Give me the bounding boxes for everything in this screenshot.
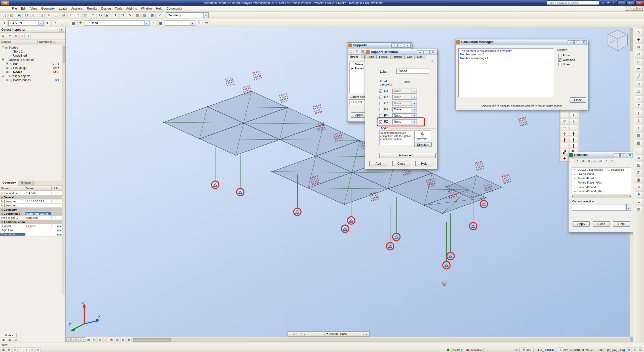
direction-checkbox[interactable]: ✓ — [379, 89, 382, 93]
release-type-item[interactable]: ✕ DELETE bar release → Revit xxxx — [572, 167, 631, 172]
direction-button[interactable]: Direction — [414, 142, 432, 147]
menu-item[interactable]: Community — [165, 7, 184, 10]
open-file-icon[interactable]: ▧ — [8, 12, 15, 18]
tree-expander[interactable]: ⊞ — [6, 78, 9, 82]
menu-item[interactable]: File — [10, 7, 19, 10]
circle-icon[interactable]: ○ — [635, 95, 642, 101]
selection-spinner[interactable]: ▴▾ — [626, 204, 631, 210]
support-list-icon[interactable]: ▥ — [360, 49, 365, 54]
nodes-view-icon[interactable]: ▣ — [1, 337, 6, 342]
support-type-tab[interactable]: Nonl — [415, 55, 426, 59]
axis-icon[interactable]: ✚ — [635, 36, 642, 42]
message-line[interactable]: The element is not assigned to any story — [459, 49, 553, 53]
close-button[interactable]: Close — [570, 97, 586, 103]
minimize-button[interactable]: – — [614, 153, 620, 157]
diag1-icon[interactable]: ▞ — [560, 149, 569, 155]
release-list-hscrollbar[interactable]: ◂▸ — [572, 195, 631, 197]
edit-icon[interactable]: ✎ — [195, 20, 203, 26]
tab-nodal[interactable]: Nodal — [347, 54, 360, 58]
direction-checkbox[interactable]: ✓ — [379, 120, 382, 123]
view-tab-supports-icon[interactable]: ◫ — [103, 337, 108, 342]
filter-list-icon[interactable]: ≡ — [24, 347, 29, 352]
diamond-icon[interactable]: ◆ — [560, 155, 569, 161]
property-row[interactable]: General — [0, 195, 62, 199]
release-types-list[interactable]: ✕ DELETE bar release → Revit xxxx ─ Fixe… — [572, 167, 631, 194]
view-tab-bars-icon[interactable]: ▤ — [92, 337, 97, 342]
tree-item[interactable]: ⊞ ◇ Claddings 0/16 — [0, 66, 62, 70]
view-tab-nodes-icon[interactable]: ▧ — [97, 337, 103, 342]
property-buttons[interactable] — [52, 225, 62, 227]
message-line[interactable]: Number of warnings:1 — [459, 56, 553, 60]
bottom-tab-nodes[interactable]: Nodes — [1, 333, 17, 337]
window-icon[interactable]: ◫ — [635, 169, 642, 175]
display-checkbox[interactable]: ✓ — [558, 54, 561, 57]
monitor-icon[interactable]: ◫ — [638, 347, 643, 352]
help-icon[interactable]: ? — [610, 158, 615, 163]
close-button[interactable]: ✕ — [430, 50, 436, 54]
material-label[interactable]: TH30_CONCR — [535, 348, 554, 351]
property-row[interactable]: List of nodes 1 4 5 8 9 — [0, 191, 62, 195]
tee-right-icon[interactable]: ┫ — [569, 137, 578, 143]
close-button[interactable]: ✕ — [635, 1, 643, 5]
delete-support-icon[interactable]: ✕ — [354, 49, 359, 54]
property-row[interactable]: Rigid Link... — [0, 228, 62, 232]
pipe-section-icon[interactable]: ○ — [569, 124, 578, 130]
delete-icon[interactable]: ✕ — [45, 12, 52, 18]
save-icon[interactable]: ▣ — [16, 12, 23, 18]
tree-item[interactable]: ▪ Undefined — [0, 53, 62, 57]
uplift-combo[interactable]: None▾ — [392, 113, 417, 118]
tree-item[interactable]: ⊟ ▤ Stories — [0, 45, 62, 49]
redo-icon[interactable]: ↷ — [75, 12, 82, 18]
property-row[interactable]: Support... Pinned — [0, 224, 62, 228]
advanced-button[interactable]: Advanced ... — [379, 153, 436, 158]
filter-window-icon[interactable]: ◫ — [30, 347, 35, 352]
filter-panels-icon[interactable]: ▤ — [12, 347, 18, 352]
level-dropdown[interactable]: ▾ — [364, 332, 369, 335]
results-icon[interactable]: ▦ — [157, 20, 164, 26]
level-label[interactable]: Z = 0,00 m - Base — [307, 332, 364, 335]
column-icon[interactable]: I — [635, 110, 642, 116]
property-buttons[interactable] — [52, 233, 62, 236]
star-icon[interactable]: ★ — [606, 1, 611, 5]
help-button[interactable]: Help — [613, 221, 630, 227]
view-tab-structure-icon[interactable]: ▦ — [86, 337, 91, 342]
view-tab-results-icon[interactable]: ▥ — [115, 337, 120, 342]
zoom-in-icon[interactable]: ⊕ — [90, 12, 97, 18]
support-type-tab[interactable]: Rigid — [365, 55, 377, 59]
zoom-out-icon[interactable]: ⊖ — [97, 12, 104, 18]
view-tab-nav-button[interactable]: › — [76, 337, 80, 341]
bar-icon[interactable]: ▭ — [635, 66, 642, 72]
tree-expander[interactable]: ⊟ — [1, 74, 5, 78]
view-tab-nav-button[interactable]: ‹ — [71, 337, 75, 341]
property-row[interactable]: Additional characteristics — [0, 220, 62, 224]
zoom-out-icon[interactable]: ⊖ — [635, 51, 642, 57]
tree-expander[interactable]: ⊞ — [6, 66, 9, 69]
view-3d-dropdown[interactable]: ▾ — [302, 332, 307, 335]
calculations-icon[interactable]: Σ — [150, 20, 157, 26]
doc-close-button[interactable]: ✕ — [637, 7, 643, 11]
minimize-button[interactable]: – — [568, 40, 574, 44]
maximize-button[interactable]: □ — [626, 1, 634, 5]
release-grid-icon[interactable]: ⊞ — [581, 158, 586, 163]
vbar-icon[interactable]: ┃ — [569, 143, 578, 149]
menu-item[interactable]: Help — [154, 7, 165, 10]
units-label[interactable]: [m] [kN] [Deg] — [607, 348, 625, 351]
print-preview-icon[interactable]: ⊞ — [30, 12, 37, 18]
close-button[interactable]: Close — [392, 161, 410, 166]
node-selection-icon[interactable]: ⌖ — [1, 20, 8, 26]
doc-restore-button[interactable]: □ — [631, 7, 637, 11]
view-tab-nav-button[interactable]: « — [66, 337, 71, 341]
tree-expander[interactable]: ⊞ — [6, 70, 9, 73]
delete-icon[interactable]: ✕ — [635, 184, 642, 190]
property-row[interactable]: Adjoining m... 2 4 14 36 38 1... — [0, 199, 62, 203]
menu-item[interactable]: View — [28, 7, 39, 10]
menu-item[interactable]: Loads — [57, 7, 69, 10]
minimize-button[interactable]: – — [391, 43, 397, 47]
solid-icon[interactable]: ▣ — [635, 177, 642, 183]
add-button[interactable]: Add — [369, 161, 387, 166]
layers-icon[interactable]: ▤ — [632, 347, 637, 352]
release-icon[interactable]: ⊥ — [635, 125, 642, 131]
close-button[interactable]: ✕ — [405, 43, 411, 47]
triangle-icon[interactable]: △ — [635, 88, 642, 94]
direction-checkbox[interactable]: ✓ — [379, 96, 382, 99]
